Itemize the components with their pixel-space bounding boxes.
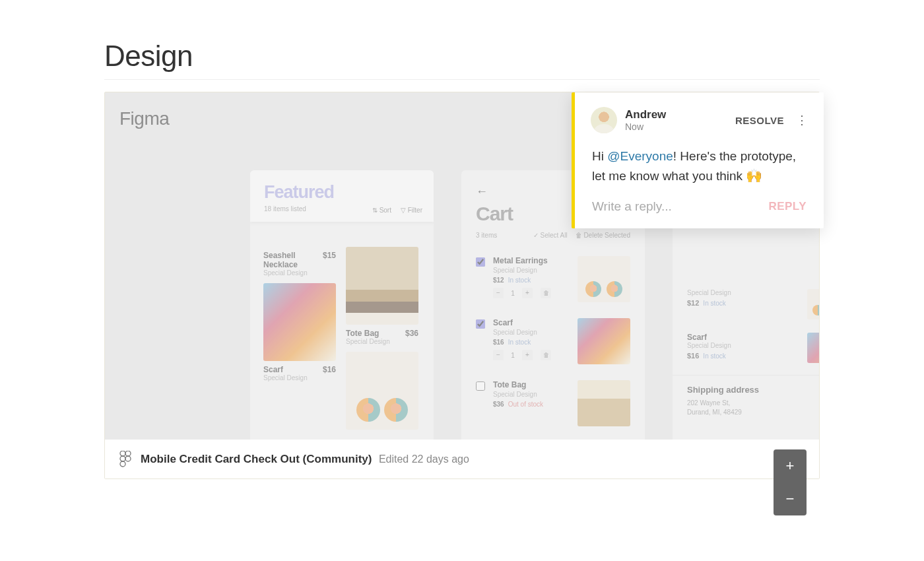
cart-item-stock: In stock (508, 339, 531, 346)
qty-value: 1 (506, 352, 519, 359)
comment-author: Andrew (625, 108, 666, 121)
product-price: $15 (323, 251, 336, 260)
cart-item-name: Scarf (493, 318, 570, 327)
qty-minus: − (493, 350, 504, 360)
file-name[interactable]: Mobile Credit Card Check Out (Community) (141, 453, 372, 465)
comment-time: Now (625, 121, 666, 132)
product-tile: Tote Bag$36 Special Design (346, 247, 418, 430)
qty-plus: + (522, 350, 533, 360)
cart-item-checkbox (476, 257, 485, 267)
cart-item-checkbox (476, 319, 485, 329)
checkout-item-name: Scarf (687, 333, 802, 342)
cart-item: Tote Bag Special Design $36Out of stock (476, 372, 630, 434)
comment-body: Hi @Everyone! Here's the prototype, let … (575, 140, 824, 197)
checkout-item-thumb (807, 333, 819, 363)
checkout-item-thumb (807, 289, 819, 319)
filter-control: ▽ Filter (401, 207, 422, 214)
figma-logo-icon (119, 451, 131, 468)
shipping-section: Shipping address 202 Wayne St, Durand, M… (673, 375, 819, 426)
resolve-button[interactable]: RESOLVE (735, 115, 784, 126)
checkout-item-price: $12 (687, 299, 699, 307)
product-name: Scarf (263, 365, 283, 374)
featured-header: Featured 18 items listed ⇅ Sort ▽ Filter (250, 170, 434, 222)
avatar (591, 107, 617, 133)
product-desc: Special Design (346, 338, 418, 345)
product-price: $16 (323, 365, 336, 374)
cart-item-price: $12 (493, 277, 504, 284)
checkout-item: Special Design $12In stock (687, 282, 819, 326)
address-line-2: Durand, MI, 48429 (687, 408, 819, 417)
cart-item-checkbox (476, 381, 485, 391)
product-desc: Special Design (263, 269, 336, 277)
cart-item-price: $16 (493, 339, 504, 346)
sort-control: ⇅ Sort (372, 207, 391, 214)
embed-tool-label: Figma (119, 108, 169, 129)
checkout-item-desc: Special Design (687, 342, 802, 349)
product-tile: Seashell Necklace$15 Special Design Scar… (263, 247, 336, 430)
page-title: Design (104, 40, 820, 80)
frame-featured: Seashell Necklace$15 Special Design Scar… (250, 170, 434, 440)
checkout-item-price: $16 (687, 352, 699, 360)
embed-footer: Mobile Credit Card Check Out (Community)… (105, 440, 819, 478)
product-image (346, 352, 418, 430)
qty-value: 1 (506, 290, 519, 297)
select-all: ✓ Select All (533, 232, 568, 239)
cart-item-stock: Out of stock (508, 401, 543, 408)
svg-point-0 (120, 451, 125, 456)
cart-item-thumb (578, 380, 630, 426)
more-options-button[interactable]: ⋮ (796, 114, 808, 126)
trash-icon: 🗑 (541, 288, 551, 298)
cart-item-stock: In stock (508, 277, 531, 284)
shipping-title: Shipping address (687, 385, 819, 395)
cart-item-desc: Special Design (493, 267, 570, 274)
address-line-1: 202 Wayne St, (687, 399, 819, 408)
zoom-in-button[interactable]: + (774, 449, 807, 482)
checkout-item-stock: In stock (703, 352, 725, 360)
checkout-item: Scarf Special Design $16In stock (687, 326, 819, 370)
reply-input[interactable] (592, 199, 768, 214)
featured-title: Featured (264, 182, 420, 203)
raised-hands-emoji-icon: 🙌 (746, 168, 762, 183)
checkout-item-desc: Special Design (687, 289, 802, 296)
cart-item-name: Metal Earrings (493, 256, 570, 265)
cart-item-name: Tote Bag (493, 380, 570, 389)
svg-point-1 (125, 451, 131, 456)
svg-point-3 (125, 456, 131, 461)
svg-point-4 (120, 461, 125, 467)
qty-plus: + (522, 288, 533, 298)
product-image (263, 283, 336, 361)
zoom-controls: + − (774, 449, 807, 515)
file-edited-meta: Edited 22 days ago (379, 453, 469, 465)
product-price: $36 (405, 329, 418, 338)
product-image (346, 247, 418, 325)
delete-selected: 🗑 Delete Selected (576, 232, 630, 239)
zoom-out-button[interactable]: − (774, 482, 807, 515)
trash-icon: 🗑 (541, 350, 551, 360)
svg-point-2 (120, 456, 125, 461)
qty-minus: − (493, 288, 504, 298)
cart-item-price: $36 (493, 401, 504, 408)
cart-item-thumb (578, 256, 630, 302)
cart-item: Metal Earrings Special Design $12In stoc… (476, 248, 630, 310)
mention[interactable]: @Everyone (607, 149, 673, 163)
comment-text: Hi (592, 149, 607, 163)
cart-item: Scarf Special Design $16In stock −1+🗑 (476, 310, 630, 372)
cart-item-thumb (578, 318, 630, 364)
checkout-item-stock: In stock (703, 300, 725, 307)
product-name: Tote Bag (346, 329, 379, 338)
product-name: Seashell Necklace (263, 251, 323, 269)
comment-panel: Andrew Now RESOLVE ⋮ Hi @Everyone! Here'… (572, 92, 824, 228)
cart-item-desc: Special Design (493, 391, 570, 398)
cart-item-desc: Special Design (493, 329, 570, 336)
reply-button[interactable]: REPLY (768, 200, 807, 213)
cart-count: 3 items (476, 232, 497, 239)
product-desc: Special Design (263, 374, 336, 381)
